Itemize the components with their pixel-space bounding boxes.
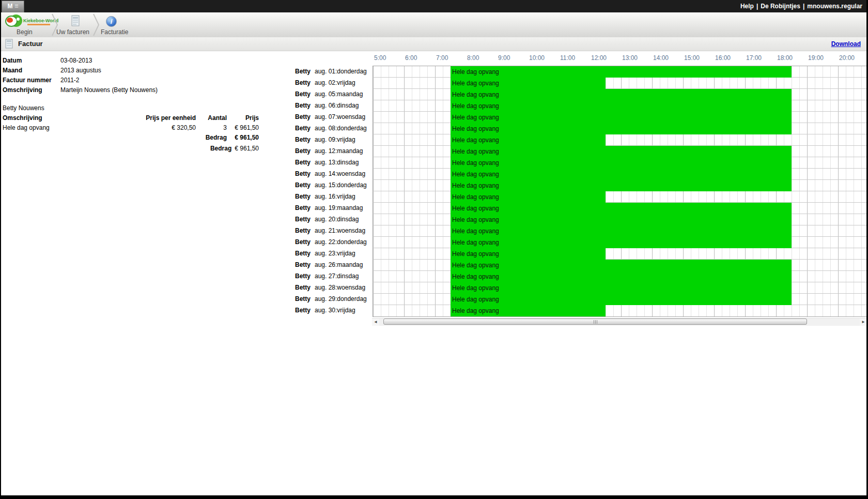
schedule-grid: Hele dag opvangHele dag opvangHele dag o… xyxy=(373,66,866,317)
schedule-bar[interactable]: Hele dag opvang xyxy=(451,237,792,248)
date-label: aug. 13:dinsdag xyxy=(315,159,359,166)
schedule-row-label: Bettyaug. 07:woensdag xyxy=(295,111,365,123)
schedule-row: Hele dag opvang xyxy=(373,146,866,157)
topbar-links: Help|De Robijntjes|mnouwens.regular xyxy=(740,0,862,12)
breadcrumb-item-uw-facturen[interactable]: Uw facturen xyxy=(56,28,89,36)
schedule-row-label: Bettyaug. 06:dinsdag xyxy=(295,100,359,111)
schedule-row-label: Bettyaug. 21:woensdag xyxy=(295,225,365,236)
schedule-row: Hele dag opvang xyxy=(373,169,866,180)
page-title: Factuur xyxy=(18,37,43,51)
app-window: M= Help|De Robijntjes|mnouwens.regular K… xyxy=(1,0,866,495)
field-value: 03-08-2013 xyxy=(60,57,92,64)
horizontal-scrollbar[interactable]: ◄ ► xyxy=(372,318,866,326)
schedule-bar[interactable]: Hele dag opvang xyxy=(451,66,792,78)
schedule-bar[interactable]: Hele dag opvang xyxy=(451,225,792,237)
topbar-link[interactable]: Help xyxy=(740,3,754,10)
column-header: Omschrijving xyxy=(3,113,142,123)
child-label: Betty xyxy=(295,225,315,236)
date-label: aug. 08:donderdag xyxy=(315,125,367,132)
schedule-bar[interactable]: Hele dag opvang xyxy=(451,78,606,89)
schedule-row-label: Bettyaug. 08:donderdag xyxy=(295,123,367,134)
field-label: Maand xyxy=(3,66,60,75)
date-label: aug. 30:vrijdag xyxy=(315,307,355,314)
schedule-bar[interactable]: Hele dag opvang xyxy=(451,294,792,305)
date-label: aug. 21:woensdag xyxy=(315,227,365,234)
schedule-bar[interactable]: Hele dag opvang xyxy=(451,248,606,260)
schedule-bar[interactable]: Hele dag opvang xyxy=(451,271,792,282)
date-label: aug. 07:woensdag xyxy=(315,113,365,120)
cell xyxy=(3,133,142,143)
schedule-bar[interactable]: Hele dag opvang xyxy=(451,169,792,180)
schedule-row-label: Bettyaug. 16:vrijdag xyxy=(295,191,355,202)
schedule-row-label: Bettyaug. 22:donderdag xyxy=(295,236,367,248)
child-label: Betty xyxy=(295,236,315,248)
schedule-bar[interactable]: Hele dag opvang xyxy=(451,123,792,134)
scroll-right-arrow-icon[interactable]: ► xyxy=(860,319,866,326)
invoice-field-row: Datum03-08-2013 xyxy=(3,56,276,66)
cell: Hele dag opvang xyxy=(3,123,142,133)
schedule-row-label: Bettyaug. 26:maandag xyxy=(295,259,363,270)
schedule-bar[interactable]: Hele dag opvang xyxy=(451,146,792,157)
topbar-link[interactable]: De Robijntjes xyxy=(761,3,800,10)
field-label: Omschrijving xyxy=(3,85,60,95)
date-label: aug. 14:woensdag xyxy=(315,170,365,177)
schedule-bar[interactable]: Hele dag opvang xyxy=(451,89,792,100)
schedule-bar[interactable]: Hele dag opvang xyxy=(451,214,792,225)
schedule-bar[interactable]: Hele dag opvang xyxy=(451,305,606,316)
child-label: Betty xyxy=(295,168,315,179)
subtotal-value: € 961,50 xyxy=(227,133,259,143)
breadcrumb-item-facturatie[interactable]: Facturatie xyxy=(101,28,128,36)
child-label: Betty xyxy=(295,88,315,100)
field-label: Factuur nummer xyxy=(3,75,60,85)
date-label: aug. 27:dinsdag xyxy=(315,273,359,280)
logo-bird-icon xyxy=(5,13,23,29)
schedule-bar[interactable]: Hele dag opvang xyxy=(451,260,792,271)
schedule-bar[interactable]: Hele dag opvang xyxy=(451,112,792,123)
schedule-bar[interactable]: Hele dag opvang xyxy=(451,134,606,146)
invoice-field-row: Maand2013 augustus xyxy=(3,66,276,75)
cell: € 320,50 xyxy=(142,123,196,133)
invoice-fields: Datum03-08-2013Maand2013 augustusFactuur… xyxy=(3,56,276,95)
schedule-row-label: Bettyaug. 20:dinsdag xyxy=(295,214,359,225)
schedule-row: Hele dag opvang xyxy=(373,78,866,89)
schedule-row-label: Bettyaug. 12:maandag xyxy=(295,145,363,157)
invoice-table: OmschrijvingPrijs per eenheidAantalPrijs… xyxy=(3,113,259,154)
schedule-bar[interactable]: Hele dag opvang xyxy=(451,282,792,294)
schedule-bar[interactable]: Hele dag opvang xyxy=(451,191,606,203)
scroll-left-arrow-icon[interactable]: ◄ xyxy=(372,319,379,326)
date-label: aug. 23:vrijdag xyxy=(315,250,355,257)
hour-label: 11:00 xyxy=(560,54,575,62)
cell: 3 xyxy=(196,123,227,133)
download-link[interactable]: Download xyxy=(831,37,861,51)
schedule-bar[interactable]: Hele dag opvang xyxy=(451,203,792,214)
breadcrumb-separator-icon xyxy=(92,13,100,36)
schedule-bar[interactable]: Hele dag opvang xyxy=(451,100,792,112)
schedule-row: Hele dag opvang xyxy=(373,134,866,146)
cell: € 961,50 xyxy=(227,123,259,133)
date-label: aug. 02:vrijdag xyxy=(315,79,355,86)
hour-label: 19:00 xyxy=(808,54,824,62)
topbar-link[interactable]: mnouwens.regular xyxy=(807,3,862,10)
total-value: € 961,50 xyxy=(235,145,259,152)
schedule-bar[interactable]: Hele dag opvang xyxy=(451,180,792,191)
child-label: Betty xyxy=(295,293,315,305)
date-label: aug. 12:maandag xyxy=(315,147,363,155)
scrollbar-thumb[interactable] xyxy=(383,319,807,325)
breadcrumb: Kiekeboe-World Begin Uw facturen i Factu… xyxy=(1,12,866,38)
schedule-row-label: Bettyaug. 15:donderdag xyxy=(295,179,367,191)
schedule-bar[interactable]: Hele dag opvang xyxy=(451,157,792,169)
child-label: Betty xyxy=(295,145,315,157)
breadcrumb-item-begin[interactable]: Begin xyxy=(17,28,33,36)
schedule-row: Hele dag opvang xyxy=(373,203,866,214)
schedule-row-label: Bettyaug. 09:vrijdag xyxy=(295,134,355,145)
top-bar: M= Help|De Robijntjes|mnouwens.regular xyxy=(1,0,866,12)
schedule-row: Hele dag opvang xyxy=(373,305,866,316)
child-label: Betty xyxy=(295,191,315,202)
schedule-row: Hele dag opvang xyxy=(373,191,866,203)
schedule-row-label: Bettyaug. 02:vrijdag xyxy=(295,77,355,88)
schedule-row-label: Bettyaug. 19:maandag xyxy=(295,202,363,214)
child-label: Betty xyxy=(295,123,315,134)
hour-label: 16:00 xyxy=(715,54,731,62)
schedule-row-label: Bettyaug. 28:woensdag xyxy=(295,282,365,293)
menu-button[interactable]: M= xyxy=(2,1,24,12)
